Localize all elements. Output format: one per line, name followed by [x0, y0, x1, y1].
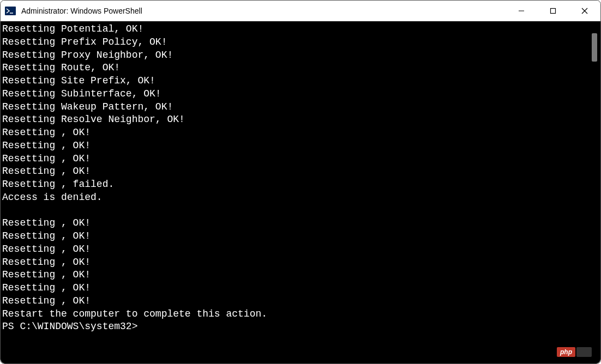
watermark: php [557, 347, 592, 357]
window-title: Administrator: Windows PowerShell [21, 7, 506, 15]
svg-rect-3 [551, 9, 556, 14]
prompt-text: PS C:\WINDOWS\system32> [2, 320, 137, 333]
watermark-side [576, 347, 592, 357]
window-controls [506, 1, 600, 21]
minimize-button[interactable] [506, 1, 537, 21]
close-button[interactable] [569, 1, 600, 21]
scrollbar-track[interactable] [591, 23, 598, 361]
watermark-badge: php [557, 347, 575, 357]
terminal-area[interactable]: Resetting Potential, OK! Resetting Prefi… [1, 21, 600, 363]
svg-rect-0 [5, 7, 16, 15]
powershell-icon [5, 5, 16, 16]
scrollbar-thumb[interactable] [592, 33, 597, 62]
maximize-button[interactable] [537, 1, 569, 21]
terminal-output: Resetting Potential, OK! Resetting Prefi… [2, 23, 599, 320]
window-titlebar: Administrator: Windows PowerShell [1, 1, 600, 21]
